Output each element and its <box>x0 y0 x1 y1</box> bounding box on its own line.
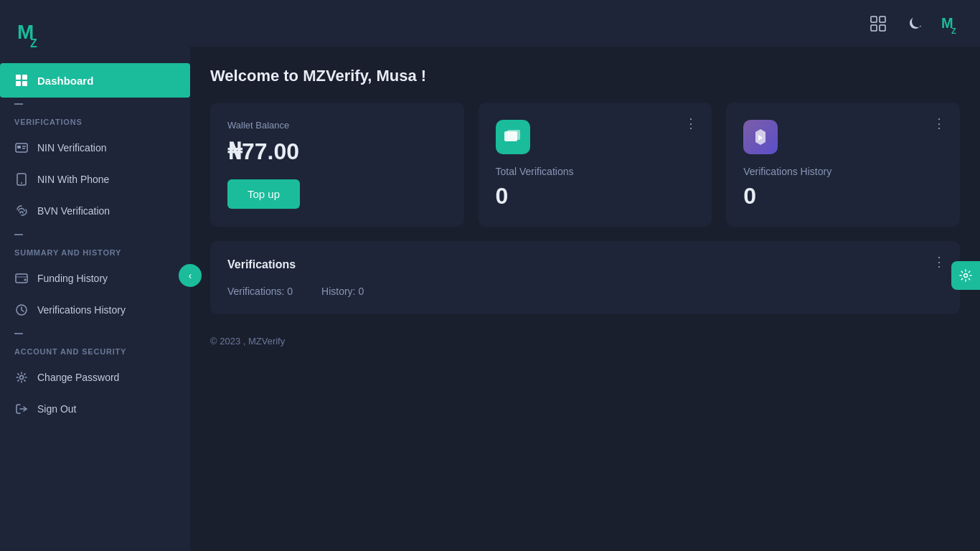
footer: © 2023 , MZVerify <box>210 329 960 347</box>
verifications-section-title: Verifications <box>227 258 943 271</box>
svg-rect-4 <box>16 81 21 86</box>
svg-point-14 <box>24 279 27 281</box>
cards-row: Wallet Balance ₦77.00 Top up ⋮ Total Ver… <box>210 103 960 227</box>
wallet-amount: ₦77.00 <box>227 138 447 165</box>
funding-history-label: Funding History <box>37 273 108 284</box>
sidebar-logo: M Z <box>0 0 190 63</box>
svg-point-16 <box>20 376 24 380</box>
clock-icon <box>14 303 29 317</box>
settings-float-button[interactable] <box>951 261 980 290</box>
sidebar-item-verifications-history[interactable]: Verifications History <box>0 294 190 326</box>
sidebar-item-dashboard[interactable]: Dashboard <box>0 63 190 98</box>
main-content: M Z Welcome to MZVerify, Musa ! Wallet B… <box>190 0 980 551</box>
svg-rect-12 <box>16 274 27 283</box>
verifications-section-menu[interactable]: ⋮ <box>933 254 947 270</box>
svg-rect-20 <box>871 25 877 31</box>
dashboard-icon <box>14 73 29 88</box>
verifications-count: Verifications: 0 <box>227 286 293 297</box>
sign-out-label: Sign Out <box>37 403 76 415</box>
verifications-history-label: Verifications History <box>37 304 126 316</box>
topbar-logo: M Z <box>940 11 966 37</box>
svg-rect-2 <box>16 75 21 80</box>
verifications-history-menu[interactable]: ⋮ <box>933 116 947 131</box>
theme-toggle-button[interactable] <box>903 11 928 37</box>
grid-button[interactable] <box>865 11 891 37</box>
signout-icon <box>14 402 29 416</box>
sidebar-item-nin-with-phone[interactable]: NIN With Phone <box>0 164 190 195</box>
id-card-icon <box>14 141 29 155</box>
sidebar-item-funding-history[interactable]: Funding History <box>0 263 190 294</box>
phone-icon <box>14 172 29 187</box>
sidebar: M Z Dashboard VERIFICATIONS <box>0 0 190 551</box>
bvn-verification-label: BVN Verification <box>37 205 110 217</box>
total-verifications-menu[interactable]: ⋮ <box>684 116 699 131</box>
total-verifications-value: 0 <box>496 183 695 209</box>
logo-mark: M Z <box>14 13 52 50</box>
welcome-title: Welcome to MZVerify, Musa ! <box>210 67 960 85</box>
section-verifications: VERIFICATIONS <box>0 105 190 132</box>
sidebar-collapse-button[interactable]: ‹ <box>179 264 202 287</box>
verifications-history-value: 0 <box>743 183 943 209</box>
verifications-history-card: ⋮ Verifications History 0 <box>726 103 960 227</box>
sidebar-item-nin-verification[interactable]: NIN Verification <box>0 132 190 164</box>
svg-text:Z: Z <box>30 37 37 50</box>
wallet-icon <box>14 271 29 286</box>
svg-rect-18 <box>871 17 877 22</box>
sidebar-item-bvn-verification[interactable]: BVN Verification <box>0 195 190 227</box>
verifications-history-label: Verifications History <box>743 166 943 177</box>
verifications-section: ⋮ Verifications Verifications: 0 History… <box>210 241 960 314</box>
svg-rect-13 <box>16 276 27 278</box>
verifications-stats: Verifications: 0 History: 0 <box>227 286 943 297</box>
dashboard-label: Dashboard <box>37 75 93 87</box>
topbar: M Z <box>190 0 980 47</box>
total-verifications-icon <box>496 120 530 154</box>
svg-point-26 <box>964 274 968 278</box>
gear-icon <box>14 370 29 385</box>
wallet-label: Wallet Balance <box>227 120 447 131</box>
wallet-card: Wallet Balance ₦77.00 Top up <box>210 103 464 227</box>
svg-rect-25 <box>507 130 520 140</box>
svg-rect-19 <box>880 17 885 22</box>
change-password-label: Change Password <box>37 372 119 383</box>
page-content: Welcome to MZVerify, Musa ! Wallet Balan… <box>190 47 980 551</box>
svg-rect-5 <box>22 81 27 86</box>
svg-rect-21 <box>880 25 885 31</box>
nin-verification-label: NIN Verification <box>37 142 106 154</box>
svg-text:Z: Z <box>951 27 956 35</box>
sidebar-item-sign-out[interactable]: Sign Out <box>0 393 190 425</box>
fingerprint-icon <box>14 204 29 218</box>
section-history: SUMMARY AND HISTORY <box>0 235 190 263</box>
history-count: History: 0 <box>321 286 364 297</box>
sidebar-item-change-password[interactable]: Change Password <box>0 362 190 393</box>
total-verifications-label: Total Verifications <box>496 166 695 177</box>
verifications-history-icon <box>743 120 778 154</box>
nin-with-phone-label: NIN With Phone <box>37 174 109 185</box>
section-account: ACCOUNT AND SECURITY <box>0 334 190 362</box>
svg-rect-3 <box>22 75 27 80</box>
svg-point-11 <box>21 182 22 184</box>
total-verifications-card: ⋮ Total Verifications 0 <box>479 103 712 227</box>
svg-rect-7 <box>17 146 21 149</box>
topup-button[interactable]: Top up <box>227 179 300 209</box>
